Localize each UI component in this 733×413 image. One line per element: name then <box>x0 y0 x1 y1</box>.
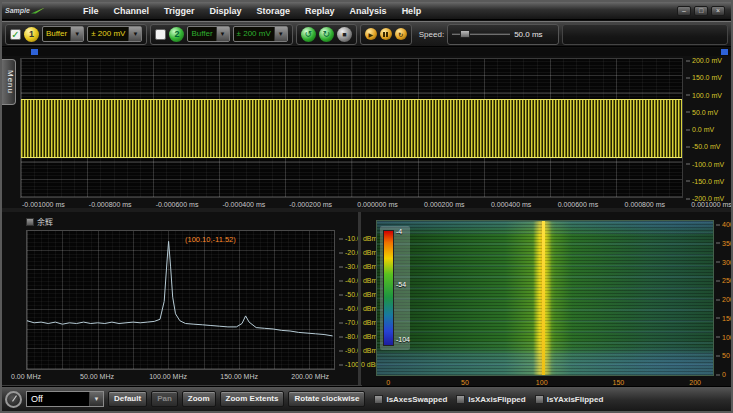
minimize-button[interactable]: – <box>677 6 691 16</box>
menu-file[interactable]: File <box>83 6 99 16</box>
restart-icon[interactable]: ↻ <box>395 28 407 40</box>
trigger-marker-left[interactable] <box>31 49 38 55</box>
checkbox-icon[interactable] <box>374 395 383 404</box>
channel1-range-value: ± 200 mV <box>88 27 128 41</box>
waveform-plot[interactable] <box>20 58 683 198</box>
chevron-down-icon[interactable]: ▼ <box>274 27 287 41</box>
x-axis-flipped-checkbox[interactable]: IsXAxisFlipped <box>456 395 525 404</box>
axes-swapped-checkbox[interactable]: IsAxesSwapped <box>374 395 447 404</box>
zoom-extents-button[interactable]: Zoom Extents <box>220 391 285 407</box>
channel2-range-select[interactable]: ± 200 mV ▼ <box>233 26 288 42</box>
vertical-divider[interactable] <box>358 212 361 390</box>
channel1-group: ✓ 1 Buffer ▼ ± 200 mV ▼ <box>5 24 147 45</box>
title-bar: Sample File Channel Trigger Display Stor… <box>2 2 731 20</box>
refresh-icon[interactable]: ↻ <box>319 27 334 42</box>
pause-icon[interactable] <box>380 28 392 40</box>
axis-tick-label: -100.0 mV <box>686 160 724 167</box>
channel2-buffer-value: Buffer <box>188 27 215 41</box>
channel1-range-select[interactable]: ± 200 mV ▼ <box>87 26 142 42</box>
channel2-buffer-select[interactable]: Buffer ▼ <box>187 26 229 42</box>
status-bar: Off ▼ Default Pan Zoom Zoom Extents Rota… <box>2 386 731 411</box>
colorbar-max-label: -4 <box>396 228 402 235</box>
acquisition-buttons-group: ↺ ↻ ■ <box>296 24 357 45</box>
side-menu-tab[interactable]: Menu <box>2 59 16 105</box>
fft-y-axis: -10.0 dBm-20.0 dBm-30.0 dBm-40.0 dBm-50.… <box>339 230 373 370</box>
logo-swoosh-icon <box>31 8 45 14</box>
maximize-button[interactable]: □ <box>694 6 708 16</box>
menu-trigger[interactable]: Trigger <box>164 6 195 16</box>
pan-button[interactable]: Pan <box>151 391 178 407</box>
colorbar-min-label: -104 <box>396 336 410 343</box>
zoom-button[interactable]: Zoom <box>182 391 216 407</box>
trigger-marker-right[interactable] <box>721 49 728 55</box>
axis-tick-label: 50 <box>461 379 469 386</box>
checkbox-icon[interactable] <box>456 395 465 404</box>
channel2-enable-checkbox[interactable]: ✓ <box>155 29 166 40</box>
channel2-badge[interactable]: 2 <box>169 27 184 42</box>
default-button[interactable]: Default <box>108 391 147 407</box>
mode-select[interactable]: Off ▼ <box>26 391 104 407</box>
legend-swatch-icon <box>26 218 34 226</box>
fft-peak-annotation: (100.10,-11.52) <box>185 235 236 244</box>
axis-tick-label: 250 <box>716 277 733 284</box>
menu-help[interactable]: Help <box>402 6 422 16</box>
play-icon[interactable]: ▶ <box>365 28 377 40</box>
spectrogram-y-axis: 400350300250200150100500 <box>716 224 733 374</box>
axis-tick-label: 0.000800 ms <box>625 201 665 208</box>
pause-bars <box>383 32 388 37</box>
horizontal-divider <box>2 208 733 212</box>
channel1-buffer-value: Buffer <box>43 27 70 41</box>
x-axis-flipped-label: IsXAxisFlipped <box>468 395 525 404</box>
speed-label: Speed: <box>419 30 444 39</box>
marker-strip <box>2 48 731 56</box>
axis-tick-label: 350 <box>716 239 733 246</box>
toolbar: ✓ 1 Buffer ▼ ± 200 mV ▼ ✓ 2 Buffer ▼ ± 2… <box>2 21 731 47</box>
speed-slider-handle[interactable] <box>460 30 470 38</box>
fft-plot[interactable] <box>26 230 335 370</box>
fft-legend-label: 余辉 <box>37 216 53 227</box>
menu-analysis[interactable]: Analysis <box>350 6 387 16</box>
axis-tick-label: 0.000600 ms <box>558 201 598 208</box>
menu-storage[interactable]: Storage <box>257 6 291 16</box>
waveform-trace <box>21 99 682 158</box>
speed-group: 50.0 ms <box>447 24 559 45</box>
spectrogram-signal-line <box>542 221 545 375</box>
channel1-buffer-select[interactable]: Buffer ▼ <box>42 26 84 42</box>
y-axis-flipped-label: IsYAxisFlipped <box>547 395 604 404</box>
menu-replay[interactable]: Replay <box>305 6 335 16</box>
axis-tick-label: 200.0 mV <box>686 57 722 64</box>
axis-tick-label: 100.0 mV <box>686 91 722 98</box>
chevron-down-icon[interactable]: ▼ <box>70 27 83 41</box>
logo-text: Sample <box>5 7 30 14</box>
axis-tick-label: 0.000000 ms <box>357 201 397 208</box>
undo-zoom-icon[interactable]: ↺ <box>301 27 316 42</box>
colorbar-gradient <box>383 230 394 346</box>
channel1-enable-checkbox[interactable]: ✓ <box>10 29 21 40</box>
gauge-icon[interactable] <box>5 391 22 408</box>
app-logo: Sample <box>5 7 71 14</box>
chevron-down-icon[interactable]: ▼ <box>128 27 141 41</box>
speed-value: 50.0 ms <box>514 30 542 39</box>
chevron-down-icon[interactable]: ▼ <box>216 27 229 41</box>
menu-bar: File Channel Trigger Display Storage Rep… <box>83 6 421 16</box>
rotate-clockwise-button[interactable]: Rotate clockwise <box>288 391 365 407</box>
stop-icon[interactable]: ■ <box>337 27 352 42</box>
chevron-down-icon[interactable]: ▼ <box>89 392 103 406</box>
spectrogram-plot[interactable]: -4 -54 -104 <box>376 220 714 376</box>
axis-tick-label: -150.0 mV <box>686 177 724 184</box>
menu-display[interactable]: Display <box>210 6 242 16</box>
axis-tick-label: 0.0 mV <box>686 126 714 133</box>
speed-slider[interactable] <box>452 33 510 35</box>
mode-select-value: Off <box>27 392 89 406</box>
axis-tick-label: 150.0 mV <box>686 74 722 81</box>
close-button[interactable]: × <box>711 6 725 16</box>
axis-tick-label: 0.000400 ms <box>491 201 531 208</box>
menu-channel[interactable]: Channel <box>114 6 150 16</box>
y-axis-flipped-checkbox[interactable]: IsYAxisFlipped <box>535 395 604 404</box>
checkbox-icon[interactable] <box>535 395 544 404</box>
axis-tick-label: -0.001000 ms <box>22 201 65 208</box>
channel1-badge[interactable]: 1 <box>24 27 39 42</box>
toolbar-spacer <box>562 24 728 45</box>
axis-tick-label: -50.0 mV <box>686 143 720 150</box>
fft-legend: 余辉 <box>26 216 53 227</box>
